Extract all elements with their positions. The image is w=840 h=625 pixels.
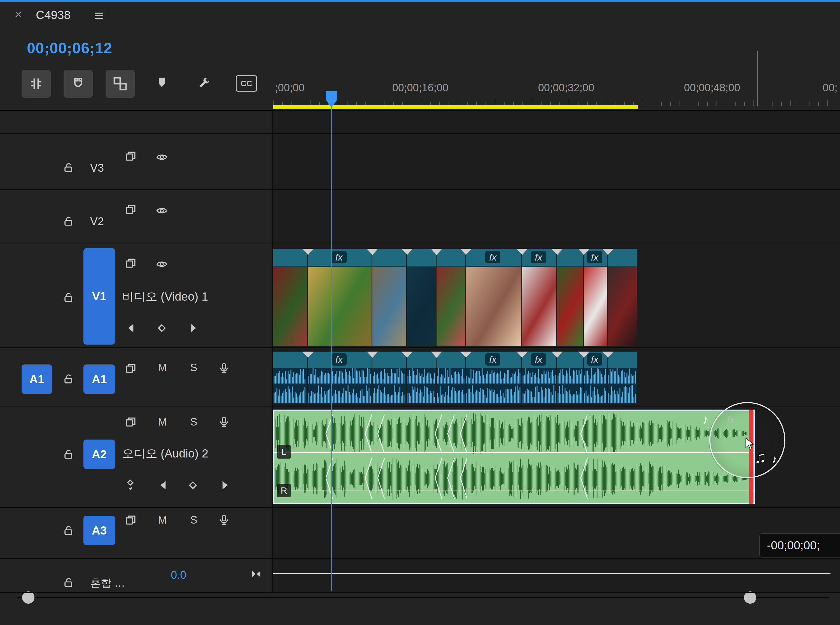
- master-lock-toggle[interactable]: [62, 577, 75, 589]
- v1-track-name[interactable]: 비디오 (Video) 1: [122, 290, 208, 303]
- a2-previous-keyframe-button[interactable]: [157, 479, 170, 491]
- video-clip[interactable]: fx: [522, 249, 556, 346]
- v1-previous-keyframe-button[interactable]: [125, 322, 138, 334]
- sync-lock-icon: [125, 204, 137, 216]
- transition-marker: [302, 351, 314, 358]
- video-clip[interactable]: fx: [308, 249, 372, 346]
- audio-clip[interactable]: fx: [466, 351, 521, 404]
- a1-track-target-badge[interactable]: A1: [84, 364, 115, 394]
- transition-marker: [460, 249, 471, 255]
- video-clip[interactable]: [557, 249, 583, 346]
- v2-lock-toggle[interactable]: [62, 215, 75, 227]
- video-clip[interactable]: fx: [584, 249, 607, 346]
- row-separator: [0, 406, 840, 406]
- audio-clip[interactable]: fx: [522, 351, 556, 404]
- a3-voiceover-record-button[interactable]: [218, 514, 230, 526]
- audio-clip[interactable]: [608, 351, 637, 404]
- audio-clip[interactable]: [557, 351, 583, 404]
- row-separator: [0, 133, 840, 134]
- master-volume-value[interactable]: 0.0: [171, 569, 186, 581]
- v1-add-keyframe-button[interactable]: [156, 322, 168, 334]
- video-clip[interactable]: [407, 249, 435, 346]
- a3-mute-button[interactable]: M: [156, 513, 169, 527]
- horizontal-scrollbar[interactable]: [17, 597, 829, 599]
- a2-lock-toggle[interactable]: [62, 448, 75, 460]
- fx-badge[interactable]: fx: [332, 251, 347, 263]
- video-clip[interactable]: fx: [466, 249, 521, 346]
- video-clip-thumbnail: [372, 267, 406, 346]
- a1-source-patch-badge[interactable]: A1: [22, 364, 52, 394]
- a2-voiceover-record-button[interactable]: [218, 416, 230, 428]
- v3-sync-lock-toggle[interactable]: [125, 150, 137, 162]
- v2-sync-lock-toggle[interactable]: [125, 204, 137, 216]
- video-clip[interactable]: [608, 249, 637, 346]
- v2-track-output-toggle[interactable]: [156, 205, 168, 217]
- lock-icon: [62, 448, 75, 460]
- a1-solo-button[interactable]: S: [187, 361, 200, 374]
- fx-badge[interactable]: fx: [485, 251, 501, 263]
- v2-track-name[interactable]: V2: [90, 215, 104, 228]
- v1-sync-lock-toggle[interactable]: [125, 257, 137, 269]
- transition-marker: [302, 249, 314, 255]
- previous-keyframe-icon: [125, 322, 138, 334]
- work-area-bar[interactable]: [273, 105, 638, 109]
- video-clip[interactable]: [372, 249, 406, 346]
- a2-sync-lock-toggle[interactable]: [125, 416, 137, 428]
- eye-icon: [156, 151, 168, 163]
- v1-next-keyframe-button[interactable]: [187, 322, 199, 334]
- v1-lock-toggle[interactable]: [62, 291, 75, 304]
- a1-sync-lock-toggle[interactable]: [125, 362, 137, 374]
- zoom-handle-left[interactable]: [22, 591, 34, 604]
- audio-clip[interactable]: fx: [584, 351, 607, 404]
- video-clip-thumbnail: [437, 267, 465, 346]
- video-clip-thumbnail: [522, 267, 556, 346]
- a3-track-target-badge[interactable]: A3: [84, 516, 115, 545]
- master-volume-line[interactable]: [273, 573, 831, 574]
- video-clip-thumbnail: [407, 267, 435, 346]
- fx-badge[interactable]: fx: [332, 353, 347, 365]
- audio-clip[interactable]: [407, 351, 435, 404]
- fx-badge[interactable]: fx: [531, 353, 546, 365]
- a2-solo-button[interactable]: S: [187, 415, 200, 429]
- video-clip[interactable]: [273, 249, 307, 346]
- a2-keyframe-type-button[interactable]: [124, 479, 136, 491]
- audio-clip-waveform: [372, 368, 406, 404]
- a2-mute-button[interactable]: M: [156, 415, 169, 429]
- a2-track-name[interactable]: 오디오 (Audio) 2: [122, 447, 208, 460]
- keyframe-diamond-icon: [187, 479, 199, 491]
- trim-note-small-icon: ♪: [772, 453, 777, 465]
- a2-add-keyframe-button[interactable]: [187, 479, 199, 491]
- transition-marker: [401, 351, 413, 358]
- v1-track-target-badge[interactable]: V1: [84, 248, 115, 345]
- audio-clip[interactable]: [437, 351, 465, 404]
- microphone-icon: [218, 362, 230, 374]
- audio-clip[interactable]: [273, 351, 307, 404]
- a2-next-keyframe-button[interactable]: [219, 479, 231, 491]
- zoom-handle-right[interactable]: [744, 591, 756, 604]
- transition-marker: [517, 351, 528, 358]
- volume-keyframes[interactable]: [274, 411, 754, 502]
- audio-clip[interactable]: fx: [308, 351, 372, 404]
- audio-clip[interactable]: [372, 351, 406, 404]
- v3-lock-toggle[interactable]: [62, 162, 75, 174]
- a1-mute-button[interactable]: M: [156, 361, 169, 374]
- fx-badge[interactable]: fx: [531, 251, 546, 263]
- a1-voiceover-record-button[interactable]: [218, 362, 230, 374]
- master-fit-icon[interactable]: [250, 568, 262, 580]
- music-audio-clip[interactable]: LR♪fx: [273, 410, 755, 504]
- eye-icon: [156, 258, 168, 271]
- header-content-divider[interactable]: [271, 110, 273, 592]
- a3-lock-toggle[interactable]: [62, 524, 75, 537]
- video-clip[interactable]: [437, 249, 465, 346]
- a3-sync-lock-toggle[interactable]: [125, 514, 137, 526]
- v1-track-output-toggle[interactable]: [156, 258, 168, 271]
- row-separator: [0, 190, 840, 190]
- a1-lock-toggle[interactable]: [62, 373, 75, 385]
- v3-track-name[interactable]: V3: [90, 162, 104, 174]
- trim-notes-icon: ♫: [754, 448, 767, 466]
- a2-track-target-badge[interactable]: A2: [84, 440, 115, 469]
- transition-marker: [367, 351, 378, 358]
- a3-solo-button[interactable]: S: [187, 513, 200, 527]
- v3-track-output-toggle[interactable]: [156, 151, 168, 163]
- fx-badge[interactable]: fx: [485, 353, 501, 365]
